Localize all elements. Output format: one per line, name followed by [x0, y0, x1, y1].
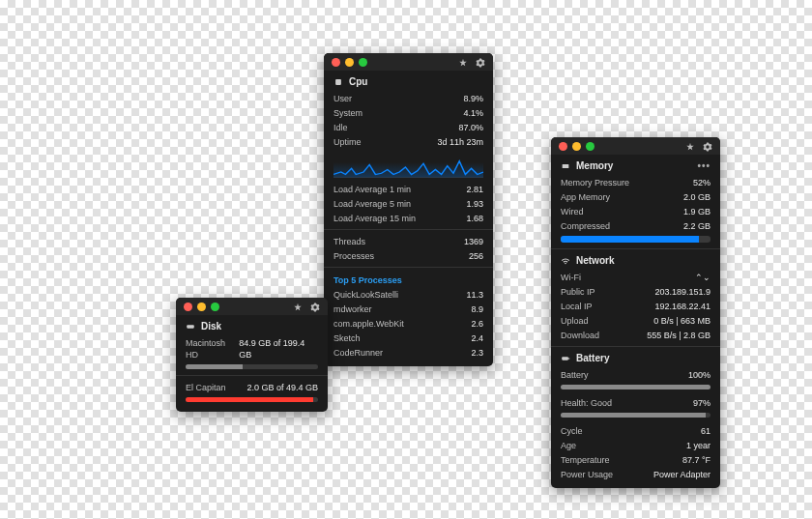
cpu-row-user: User8.9%: [324, 91, 493, 105]
battery-level-bar: [561, 385, 710, 389]
top-process-row: CodeRunner2.3: [324, 345, 493, 366]
svg-rect-4: [568, 358, 569, 360]
cpu-row-threads: Threads1369: [324, 234, 493, 248]
gear-icon[interactable]: [703, 142, 712, 154]
top-process-row: QuickLookSatelli11.3: [324, 287, 493, 302]
traffic-lights: [332, 58, 367, 67]
memory-row-wired: Wired1.9 GB: [551, 204, 720, 218]
system-panel: Memory ••• Memory Pressure52% App Memory…: [551, 137, 720, 488]
memory-section-header: Memory •••: [551, 155, 720, 175]
svg-rect-1: [187, 325, 194, 328]
memory-icon: [561, 161, 570, 171]
zoom-icon[interactable]: [359, 58, 367, 67]
minimize-icon[interactable]: [345, 58, 354, 67]
pin-icon[interactable]: [685, 142, 695, 154]
divider: [324, 229, 493, 230]
battery-row-power: Power UsagePower Adapter: [551, 467, 720, 488]
cpu-row-uptime: Uptime3d 11h 23m: [324, 134, 493, 149]
cpu-row-load5: Load Average 5 min1.93: [324, 196, 493, 211]
minimize-icon[interactable]: [197, 303, 206, 311]
battery-icon: [561, 354, 570, 363]
memory-row-app: App Memory2.0 GB: [551, 189, 720, 204]
battery-health-bar: [561, 413, 710, 418]
network-row-download: Download555 B/s | 2.8 GB: [551, 328, 720, 342]
cpu-row-load1: Load Average 1 min2.81: [324, 182, 493, 196]
network-interface-row[interactable]: Wi-Fi⌃⌄: [551, 270, 720, 284]
disk-panel: Disk Macintosh HD84.9 GB of 199.4 GB El …: [176, 298, 328, 412]
traffic-lights: [184, 303, 219, 311]
traffic-lights: [559, 142, 594, 151]
zoom-icon[interactable]: [211, 303, 219, 311]
cpu-icon: [334, 77, 343, 87]
top-processes-header: Top 5 Processes: [324, 272, 493, 287]
close-icon[interactable]: [559, 142, 567, 151]
cpu-section-header: Cpu: [324, 71, 493, 91]
divider: [551, 248, 720, 249]
cpu-row-idle: Idle87.0%: [324, 120, 493, 134]
divider: [551, 346, 720, 347]
disk-usage-fill: [186, 397, 313, 402]
disk-volume-row: El Capitan2.0 GB of 49.4 GB: [176, 380, 328, 394]
battery-row-temp: Temperature87.7 °F: [551, 452, 720, 467]
memory-row-compressed: Compressed2.2 GB: [551, 218, 720, 233]
top-process-row: mdworker8.9: [324, 302, 493, 316]
pin-icon[interactable]: [293, 303, 303, 314]
close-icon[interactable]: [332, 58, 340, 67]
memory-usage-fill: [561, 236, 699, 243]
battery-section-header: Battery: [551, 351, 720, 367]
top-process-row: com.apple.WebKit2.6: [324, 316, 493, 331]
titlebar[interactable]: [324, 53, 493, 71]
network-section-header: Network: [551, 253, 720, 270]
disk-icon: [186, 322, 195, 332]
memory-usage-bar: [561, 236, 710, 243]
pin-icon[interactable]: [458, 58, 468, 70]
cpu-row-load15: Load Average 15 min1.68: [324, 211, 493, 225]
divider: [324, 267, 493, 268]
more-icon[interactable]: •••: [697, 160, 710, 171]
network-title: Network: [576, 255, 614, 266]
svg-rect-0: [335, 79, 341, 85]
svg-rect-2: [563, 163, 569, 167]
disk-usage-bar: [186, 364, 318, 369]
battery-row-cycle: Cycle61: [551, 423, 720, 438]
close-icon[interactable]: [184, 303, 192, 311]
minimize-icon[interactable]: [572, 142, 581, 151]
titlebar[interactable]: [551, 137, 720, 155]
battery-row-level: Battery100%: [551, 367, 720, 382]
disk-title: Disk: [201, 321, 221, 332]
cpu-sparkline: [334, 153, 483, 178]
zoom-icon[interactable]: [586, 142, 594, 151]
cpu-row-system: System4.1%: [324, 105, 493, 120]
disk-section-header: Disk: [176, 315, 328, 335]
titlebar[interactable]: [176, 298, 328, 315]
gear-icon[interactable]: [310, 303, 320, 314]
chevron-up-down-icon: ⌃⌄: [695, 272, 710, 283]
cpu-panel: Cpu User8.9% System4.1% Idle87.0% Uptime…: [324, 53, 493, 366]
divider: [176, 375, 328, 376]
svg-rect-3: [562, 357, 568, 360]
network-row-public-ip: Public IP203.189.151.9: [551, 284, 720, 299]
network-row-upload: Upload0 B/s | 663 MB: [551, 313, 720, 328]
battery-row-health: Health: Good97%: [551, 395, 720, 410]
disk-usage-bar: [186, 397, 318, 402]
battery-title: Battery: [576, 353, 609, 363]
cpu-row-processes: Processes256: [324, 248, 493, 263]
disk-usage-fill: [186, 364, 243, 369]
disk-volume-row: Macintosh HD84.9 GB of 199.4 GB: [176, 335, 328, 361]
battery-level-fill: [561, 385, 710, 389]
memory-row-pressure: Memory Pressure52%: [551, 175, 720, 189]
gear-icon[interactable]: [476, 58, 485, 70]
wifi-icon: [561, 256, 570, 266]
network-row-local-ip: Local IP192.168.22.41: [551, 299, 720, 313]
battery-row-age: Age1 year: [551, 438, 720, 452]
cpu-title: Cpu: [349, 76, 367, 87]
battery-health-fill: [561, 413, 706, 418]
top-process-row: Sketch2.4: [324, 331, 493, 345]
memory-title: Memory: [576, 160, 613, 171]
